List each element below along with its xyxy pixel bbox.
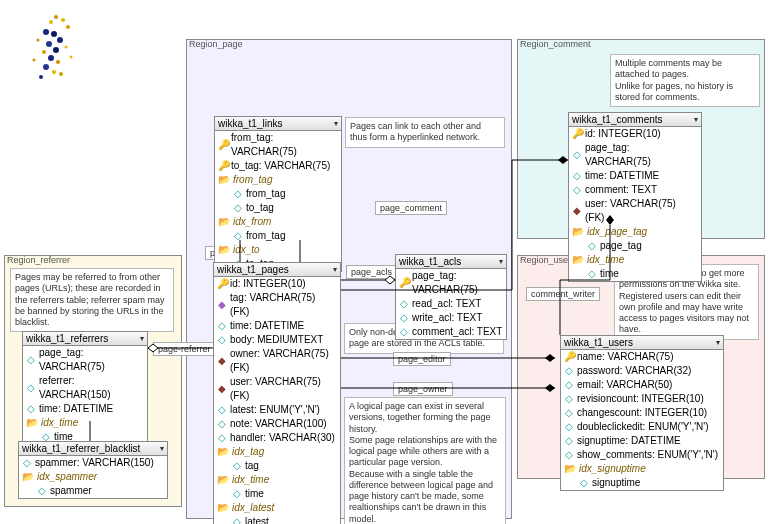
table-column: ◇handler: VARCHAR(30): [214, 431, 340, 445]
svg-point-16: [65, 46, 68, 49]
svg-point-5: [51, 31, 57, 37]
folder-icon: 📂: [22, 470, 34, 484]
table-header[interactable]: wikka_t1_comments▾: [569, 113, 701, 127]
label-comment-writer: comment_writer: [526, 287, 600, 301]
folder-icon: 📂: [572, 253, 584, 267]
svg-point-2: [61, 18, 65, 22]
table-column: ◆user: VARCHAR(75) (FK): [569, 197, 701, 225]
table-header[interactable]: wikka_t1_links▾: [215, 117, 341, 131]
table-acls[interactable]: wikka_t1_acls▾🔑page_tag: VARCHAR(75)◇rea…: [395, 254, 507, 340]
table-index: 📂idx_time: [214, 473, 340, 487]
table-column: 🔑name: VARCHAR(75): [561, 350, 723, 364]
table-column: ◆tag: VARCHAR(75) (FK): [214, 291, 340, 319]
index-item: ◇time: [214, 487, 340, 501]
table-pages[interactable]: wikka_t1_pages▾🔑id: INTEGER(10)◆tag: VAR…: [213, 262, 341, 524]
svg-point-14: [39, 75, 43, 79]
note-logical: A logical page can exist in several vers…: [344, 397, 506, 524]
label-page-comment: page_comment: [375, 201, 447, 215]
table-index: 📂idx_tag: [214, 445, 340, 459]
chevron-down-icon: ▾: [334, 119, 338, 128]
table-column: ◇referrer: VARCHAR(150): [23, 374, 147, 402]
table-index: 📂from_tag: [215, 173, 341, 187]
table-column: ◇page_tag: VARCHAR(75): [569, 141, 701, 169]
chevron-down-icon: ▾: [694, 115, 698, 124]
table-title: wikka_t1_links: [218, 118, 282, 129]
region-page-label: Region_page: [189, 39, 243, 49]
table-column: ◇password: VARCHAR(32): [561, 364, 723, 378]
table-title: wikka_t1_pages: [217, 264, 289, 275]
table-index: 📂idx_signuptime: [561, 462, 723, 476]
table-users[interactable]: wikka_t1_users▾🔑name: VARCHAR(75)◇passwo…: [560, 335, 724, 491]
table-header[interactable]: wikka_t1_pages▾: [214, 263, 340, 277]
index-item: ◇signuptime: [561, 476, 723, 490]
table-column: ◇spammer: VARCHAR(150): [19, 456, 167, 470]
table-column: 🔑id: INTEGER(10): [569, 127, 701, 141]
region-referrer-label: Region_referrer: [7, 255, 70, 265]
svg-point-9: [42, 50, 46, 54]
label-page-owner: page_owner: [393, 382, 453, 396]
table-column: ◇page_tag: VARCHAR(75): [23, 346, 147, 374]
svg-point-10: [48, 55, 54, 61]
table-header[interactable]: wikka_t1_users▾: [561, 336, 723, 350]
folder-icon: 📂: [217, 473, 229, 487]
svg-point-7: [46, 41, 52, 47]
note-comment: Multiple comments may be attached to pag…: [610, 54, 760, 107]
svg-point-8: [53, 47, 59, 53]
table-index: 📂idx_time: [23, 416, 147, 430]
table-header[interactable]: wikka_t1_referrer_blacklist▾: [19, 442, 167, 456]
table-column: ◇latest: ENUM('Y','N'): [214, 403, 340, 417]
table-column: ◇comment_acl: TEXT: [396, 325, 506, 339]
table-column: ◇changescount: INTEGER(10): [561, 406, 723, 420]
label-page-editor: page_editor: [393, 352, 451, 366]
table-column: ◇comment: TEXT: [569, 183, 701, 197]
table-header[interactable]: wikka_t1_referrers▾: [23, 332, 147, 346]
folder-icon: 📂: [217, 501, 229, 515]
folder-icon: 📂: [564, 462, 576, 476]
table-column: ◇time: DATETIME: [214, 319, 340, 333]
svg-point-15: [59, 72, 63, 76]
table-column: ◇note: VARCHAR(100): [214, 417, 340, 431]
svg-point-12: [43, 64, 49, 70]
svg-point-17: [37, 39, 40, 42]
table-title: wikka_t1_comments: [572, 114, 663, 125]
index-item: ◇time: [569, 267, 701, 281]
index-item: ◇page_tag: [569, 239, 701, 253]
table-title: wikka_t1_acls: [399, 256, 461, 267]
table-links[interactable]: wikka_t1_links▾🔑from_tag: VARCHAR(75)🔑to…: [214, 116, 342, 272]
folder-icon: 📂: [218, 215, 230, 229]
chevron-down-icon: ▾: [716, 338, 720, 347]
svg-point-6: [57, 37, 63, 43]
folder-icon: 📂: [218, 243, 230, 257]
label-page-referrer: page-referrer: [153, 342, 216, 356]
chevron-down-icon: ▾: [160, 444, 164, 453]
table-column: ◇show_comments: ENUM('Y','N'): [561, 448, 723, 462]
table-index: 📂idx_latest: [214, 501, 340, 515]
index-item: ◇tag: [214, 459, 340, 473]
table-index: 📂idx_from: [215, 215, 341, 229]
svg-point-13: [52, 70, 56, 74]
table-column: ◇email: VARCHAR(50): [561, 378, 723, 392]
table-column: ◆user: VARCHAR(75) (FK): [214, 375, 340, 403]
region-comment-label: Region_comment: [520, 39, 591, 49]
table-column: 🔑to_tag: VARCHAR(75): [215, 159, 341, 173]
table-comments[interactable]: wikka_t1_comments▾🔑id: INTEGER(10)◇page_…: [568, 112, 702, 282]
table-title: wikka_t1_users: [564, 337, 633, 348]
folder-icon: 📂: [217, 445, 229, 459]
index-item: ◇from_tag: [215, 229, 341, 243]
note-page-link: Pages can link to each other and thus fo…: [345, 117, 505, 148]
table-column: 🔑id: INTEGER(10): [214, 277, 340, 291]
table-column: ◇time: DATETIME: [569, 169, 701, 183]
svg-point-3: [66, 25, 70, 29]
index-item: ◇spammer: [19, 484, 167, 498]
table-column: ◇revisioncount: INTEGER(10): [561, 392, 723, 406]
index-item: ◇latest: [214, 515, 340, 524]
table-index: 📂idx_page_tag: [569, 225, 701, 239]
table-column: ◇write_acl: TEXT: [396, 311, 506, 325]
table-column: ◇doubleclickedit: ENUM('Y','N'): [561, 420, 723, 434]
svg-point-11: [56, 60, 60, 64]
chevron-down-icon: ▾: [333, 265, 337, 274]
table-blacklist[interactable]: wikka_t1_referrer_blacklist▾◇spammer: VA…: [18, 441, 168, 499]
table-column: 🔑from_tag: VARCHAR(75): [215, 131, 341, 159]
label-page-acls: page_acls: [346, 265, 397, 279]
table-header[interactable]: wikka_t1_acls▾: [396, 255, 506, 269]
